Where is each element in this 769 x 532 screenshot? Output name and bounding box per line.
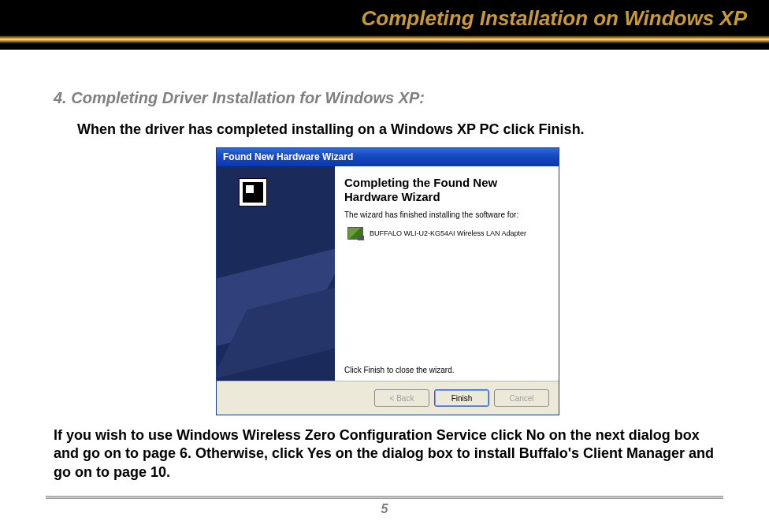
network-adapter-icon bbox=[347, 227, 363, 240]
dialog-screenshot-wrap: Found New Hardware Wizard Completing the… bbox=[54, 147, 722, 415]
cancel-button[interactable]: Cancel bbox=[494, 389, 549, 407]
device-row: BUFFALO WLI-U2-KG54AI Wireless LAN Adapt… bbox=[344, 227, 549, 240]
page-title: Completing Installation on Windows XP bbox=[0, 6, 769, 31]
page-footer: 5 bbox=[46, 496, 723, 516]
decorative-gold-bar bbox=[0, 35, 769, 43]
dialog-body: Completing the Found New Hardware Wizard… bbox=[217, 166, 559, 381]
follow-up-instruction: If you wish to use Windows Wireless Zero… bbox=[54, 426, 719, 482]
content-area: 4. Completing Driver Installation for Wi… bbox=[0, 50, 769, 482]
section-heading: 4. Completing Driver Installation for Wi… bbox=[54, 89, 722, 107]
page-number: 5 bbox=[46, 502, 723, 516]
wizard-subtext: The wizard has finished installing the s… bbox=[344, 210, 549, 219]
wizard-closing-text: Click Finish to close the wizard. bbox=[344, 366, 549, 374]
decorative-black-bar bbox=[0, 43, 769, 50]
footer-divider bbox=[46, 496, 723, 499]
step-instruction: When the driver has completed installing… bbox=[77, 121, 722, 138]
dialog-titlebar: Found New Hardware Wizard bbox=[217, 148, 559, 166]
wizard-sidebar-graphic bbox=[217, 166, 335, 381]
wizard-main-pane: Completing the Found New Hardware Wizard… bbox=[335, 166, 559, 381]
page-header: Completing Installation on Windows XP bbox=[0, 0, 769, 35]
finish-button[interactable]: Finish bbox=[434, 389, 489, 407]
dialog-button-row: < Back Finish Cancel bbox=[217, 381, 559, 415]
wizard-dialog: Found New Hardware Wizard Completing the… bbox=[216, 147, 559, 415]
wizard-heading: Completing the Found New Hardware Wizard bbox=[344, 176, 549, 204]
device-name: BUFFALO WLI-U2-KG54AI Wireless LAN Adapt… bbox=[370, 229, 526, 237]
back-button[interactable]: < Back bbox=[374, 389, 429, 407]
